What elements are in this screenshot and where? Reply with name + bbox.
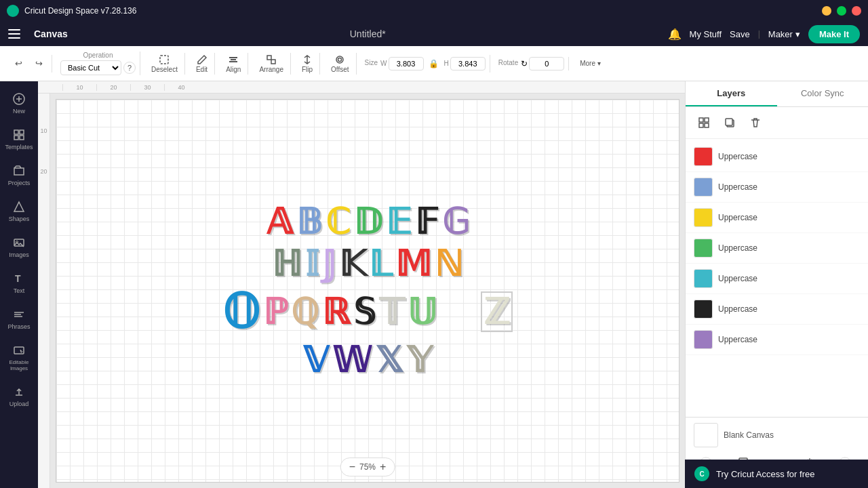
flip-group: Flip bbox=[295, 53, 320, 75]
letter-D[interactable]: 𝔻 bbox=[353, 204, 382, 239]
lock-ratio-button[interactable]: 🔒 bbox=[425, 55, 443, 73]
svg-rect-20 bbox=[705, 123, 709, 127]
sidebar-item-templates[interactable]: Templates bbox=[3, 123, 35, 156]
height-input[interactable] bbox=[450, 57, 486, 70]
group-button[interactable] bbox=[694, 113, 714, 133]
letter-L[interactable]: 𝕃 bbox=[369, 246, 392, 281]
layer-item[interactable]: Uppercase bbox=[686, 294, 868, 325]
letter-C[interactable]: ℂ bbox=[326, 204, 350, 239]
canvas-content[interactable]: 𝔸 𝔹 ℂ 𝔻 𝔼 𝔽 𝔾 ℍ 𝕀 𝕁 𝕂 𝕃 bbox=[56, 99, 679, 483]
layer-item[interactable]: Uppercase bbox=[686, 233, 868, 264]
layer-thumbnail bbox=[694, 239, 713, 258]
flip-button[interactable]: Flip bbox=[299, 53, 315, 75]
letter-B[interactable]: 𝔹 bbox=[296, 204, 322, 239]
letter-G[interactable]: 𝔾 bbox=[442, 204, 469, 239]
arrange-button[interactable]: Arrange bbox=[256, 53, 286, 75]
deselect-group: Deselect bbox=[144, 53, 185, 75]
undo-button[interactable]: ↩ bbox=[9, 55, 27, 73]
letter-T[interactable]: 𝕋 bbox=[379, 294, 404, 329]
letter-S[interactable]: 𝕊 bbox=[353, 294, 376, 329]
operation-help-button[interactable]: ? bbox=[123, 62, 136, 74]
maker-label: Maker bbox=[768, 29, 793, 39]
save-button[interactable]: Save bbox=[730, 29, 750, 39]
redo-button[interactable]: ↪ bbox=[30, 55, 47, 73]
close-button[interactable]: × bbox=[852, 6, 861, 16]
minimize-button[interactable]: − bbox=[822, 6, 831, 16]
sidebar-item-new[interactable]: New bbox=[3, 87, 35, 120]
operation-group: Operation Basic Cut ? bbox=[56, 52, 140, 75]
layer-item[interactable]: Uppercase bbox=[686, 264, 868, 294]
align-button[interactable]: Align bbox=[223, 53, 243, 75]
letter-N[interactable]: ℕ bbox=[435, 246, 463, 281]
width-input[interactable] bbox=[389, 57, 424, 70]
sidebar-item-editable-images[interactable]: Editable Images bbox=[3, 338, 35, 377]
tab-layers[interactable]: Layers bbox=[686, 81, 777, 106]
layer-item[interactable]: Uppercase bbox=[686, 172, 868, 203]
more-label: More ▾ bbox=[580, 60, 601, 67]
letter-R[interactable]: ℝ bbox=[322, 294, 350, 329]
letter-K[interactable]: 𝕂 bbox=[339, 246, 366, 281]
letter-H[interactable]: ℍ bbox=[272, 246, 302, 281]
undo-redo-group: ↩ ↪ bbox=[5, 55, 52, 73]
letter-P[interactable]: ℙ bbox=[263, 294, 288, 329]
letter-U[interactable]: 𝕌 bbox=[408, 294, 437, 329]
panel-actions bbox=[686, 107, 868, 139]
zoom-out-button[interactable]: − bbox=[349, 461, 355, 473]
letter-E[interactable]: 𝔼 bbox=[386, 204, 412, 239]
delete-button[interactable] bbox=[745, 113, 766, 133]
layer-name: Uppercase bbox=[718, 335, 757, 344]
canvas-area[interactable]: 10 20 30 40 10 20 𝔸 𝔹 bbox=[38, 81, 685, 488]
letter-I[interactable]: 𝕀 bbox=[305, 246, 319, 281]
ruler-left-mark: 20 bbox=[40, 168, 47, 175]
align-label: Align bbox=[226, 66, 241, 73]
letter-Q[interactable]: ℚ bbox=[291, 294, 319, 329]
letter-Z[interactable]: ℤ bbox=[481, 291, 513, 332]
hamburger-menu[interactable] bbox=[8, 26, 23, 41]
maximize-button[interactable]: □ bbox=[837, 6, 846, 16]
sidebar-item-text[interactable]: T Text bbox=[3, 266, 35, 300]
svg-rect-1 bbox=[229, 57, 237, 58]
cricut-banner[interactable]: C Try Cricut Access for free bbox=[685, 460, 868, 488]
canvas-inner: 10 20 𝔸 𝔹 ℂ 𝔻 𝔼 𝔽 𝔾 bbox=[38, 94, 685, 488]
more-button[interactable]: More ▾ bbox=[577, 58, 604, 68]
deselect-button[interactable]: Deselect bbox=[149, 53, 180, 75]
offset-button[interactable]: Offset bbox=[328, 53, 352, 75]
letter-X[interactable]: 𝕏 bbox=[375, 342, 403, 378]
layer-item[interactable]: Uppercase bbox=[686, 203, 868, 233]
ruler-mark: 20 bbox=[96, 84, 130, 91]
sidebar-item-phrases[interactable]: Phrases bbox=[3, 302, 35, 336]
operation-select[interactable]: Basic Cut bbox=[60, 60, 121, 75]
sidebar-item-upload[interactable]: Upload bbox=[3, 380, 35, 413]
make-it-button[interactable]: Make It bbox=[808, 25, 860, 43]
my-stuff-link[interactable]: My Stuff bbox=[690, 29, 722, 39]
letter-A[interactable]: 𝔸 bbox=[267, 204, 293, 239]
arrange-group: Arrange bbox=[252, 53, 291, 75]
blank-canvas-row: Blank Canvas bbox=[694, 423, 860, 447]
letter-O[interactable]: 𝕆 bbox=[222, 288, 260, 336]
letter-V[interactable]: 𝕍 bbox=[303, 342, 329, 378]
sidebar-item-projects[interactable]: Projects bbox=[3, 159, 35, 192]
tab-color-sync[interactable]: Color Sync bbox=[777, 81, 869, 106]
letter-J[interactable]: 𝕁 bbox=[322, 246, 336, 281]
operation-label: Operation bbox=[60, 52, 136, 59]
maker-dropdown[interactable]: Maker ▾ bbox=[768, 29, 800, 39]
zoom-in-button[interactable]: + bbox=[380, 461, 386, 473]
zoom-bar: − 75% + bbox=[340, 458, 395, 476]
letter-W[interactable]: 𝕎 bbox=[332, 342, 372, 378]
sidebar-item-shapes[interactable]: Shapes bbox=[3, 195, 35, 228]
layer-thumbnail bbox=[694, 178, 713, 197]
rotate-input[interactable] bbox=[529, 57, 564, 70]
letter-F[interactable]: 𝔽 bbox=[415, 204, 439, 239]
layer-name: Uppercase bbox=[718, 243, 757, 253]
layer-item[interactable]: Uppercase bbox=[686, 325, 868, 355]
rotate-group: Rotate ↻ bbox=[494, 57, 569, 70]
letter-M[interactable]: 𝕄 bbox=[395, 246, 431, 281]
notifications-icon[interactable]: 🔔 bbox=[668, 28, 682, 41]
duplicate-button[interactable] bbox=[719, 113, 740, 133]
svg-rect-11 bbox=[14, 136, 18, 140]
letter-Y[interactable]: 𝕐 bbox=[407, 342, 432, 378]
layer-item[interactable]: Uppercase bbox=[686, 142, 868, 172]
nav-right: 🔔 My Stuff Save | Maker ▾ Make It bbox=[668, 25, 860, 43]
edit-button[interactable]: Edit bbox=[193, 53, 210, 75]
sidebar-item-images[interactable]: Images bbox=[3, 230, 35, 264]
